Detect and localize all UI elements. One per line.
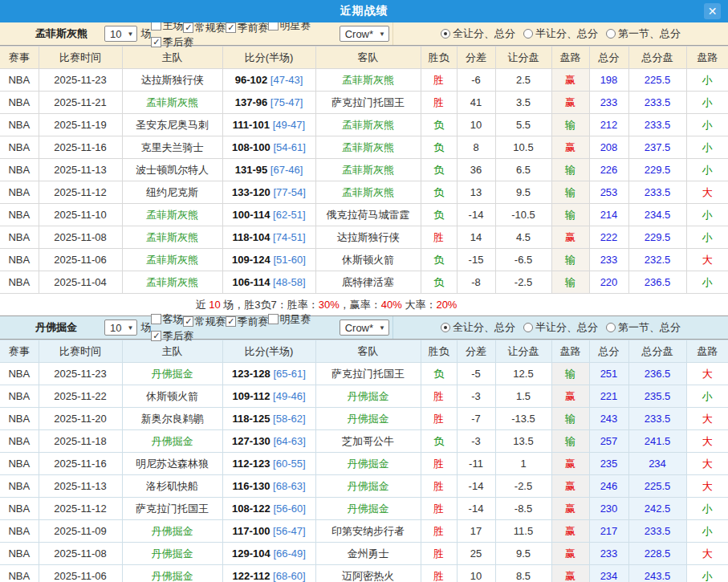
cell-result: 胜 (421, 498, 457, 520)
odds-company-select[interactable]: Crow* ▼ (340, 319, 389, 336)
cell-point-diff: 36 (457, 159, 495, 181)
radio-button[interactable] (523, 323, 533, 332)
checkbox-box[interactable] (151, 314, 161, 324)
odds-company-value: Crow* (345, 28, 373, 40)
cell-away-team: 迈阿密热火 (315, 565, 421, 582)
cell-result: 胜 (421, 69, 457, 92)
cell-handicap-line: -6.5 (495, 249, 551, 271)
checkbox-客场[interactable]: 客场 (151, 312, 183, 327)
cell-away-team: 印第安纳步行者 (315, 520, 421, 543)
checkbox-box[interactable]: ✓ (183, 316, 193, 327)
radio-button[interactable] (441, 323, 450, 332)
checkbox-季前赛[interactable]: ✓季前赛 (226, 315, 268, 329)
cell-league: NBA (0, 408, 39, 430)
score-halftime: [64-63] (273, 435, 305, 447)
radio-半让分、总分[interactable]: 半让分、总分 (523, 26, 598, 41)
cell-away-team: 芝加哥公牛 (315, 430, 421, 453)
table-row: NBA2025-11-08丹佛掘金129-104 [66-49]金州勇士胜259… (0, 543, 728, 565)
cell-home-team: 圣安东尼奥马刺 (122, 114, 222, 136)
cell-league: NBA (0, 385, 39, 408)
score-halftime: [49-46] (273, 390, 305, 402)
checkbox-常规赛[interactable]: ✓常规赛 (183, 21, 226, 35)
cell-date: 2025-11-12 (39, 181, 122, 204)
cell-result: 胜 (421, 226, 457, 249)
radio-button[interactable] (606, 29, 616, 39)
score-halftime: [68-63] (273, 480, 305, 492)
odds-company-select[interactable]: Crow* ▼ (340, 26, 389, 42)
checkbox-box[interactable]: ✓ (183, 22, 193, 33)
checkbox-label: 季前赛 (237, 21, 268, 35)
cell-home-team: 萨克拉门托国王 (122, 498, 222, 520)
table-header-row: 赛事比赛时间主队比分(半场)客队胜负分差让分盘盘路总分总分盘盘路 (0, 47, 728, 69)
close-button[interactable]: ✕ (704, 3, 721, 19)
checkbox-季后赛[interactable]: ✓季后赛 (151, 35, 193, 50)
cell-score: 122-112 [68-60] (222, 565, 315, 582)
cell-point-diff: -5 (457, 363, 495, 385)
cell-over-under: 小 (686, 226, 728, 249)
checkbox-季后赛[interactable]: ✓季后赛 (151, 329, 193, 344)
cell-total-points: 221 (589, 385, 628, 408)
score-halftime: [65-61] (273, 368, 305, 380)
cell-away-team: 孟菲斯灰熊 (315, 114, 421, 136)
radio-第一节、总分[interactable]: 第一节、总分 (606, 320, 681, 335)
column-header: 比分(半场) (222, 340, 315, 363)
cell-handicap-line: 11.5 (495, 520, 551, 543)
radio-半让分、总分[interactable]: 半让分、总分 (523, 320, 598, 335)
checkbox-box[interactable]: ✓ (151, 37, 161, 47)
cell-handicap-result: 赢 (551, 475, 589, 498)
filter-bar-nuggets: 丹佛掘金 10 ▼ 场 客场✓常规赛✓季前赛明星赛✓季后赛 Crow* ▼ 全让… (0, 316, 728, 340)
cell-handicap-result: 赢 (551, 498, 589, 520)
checkbox-box[interactable]: ✓ (226, 316, 236, 327)
radio-全让分、总分[interactable]: 全让分、总分 (441, 320, 515, 335)
radio-button[interactable] (523, 29, 533, 39)
cell-handicap-result: 输 (551, 363, 589, 385)
cell-over-under: 小 (686, 271, 728, 294)
cell-home-team: 孟菲斯灰熊 (122, 249, 222, 271)
radio-button[interactable] (441, 29, 450, 39)
cell-handicap-line: 12.5 (495, 363, 551, 385)
cell-total-line: 233.5 (628, 408, 686, 430)
checkbox-box[interactable]: ✓ (226, 22, 236, 33)
checkbox-label: 季后赛 (162, 329, 193, 344)
games-count-select[interactable]: 10 ▼ (104, 319, 137, 336)
radio-button[interactable] (606, 323, 616, 332)
checkbox-常规赛[interactable]: ✓常规赛 (183, 315, 226, 329)
column-header: 盘路 (551, 340, 589, 363)
filter-left: 孟菲斯灰熊 10 ▼ 场 主场✓常规赛✓季前赛明星赛✓季后赛 Crow* ▼ (0, 22, 393, 45)
results-table-nuggets: 赛事比赛时间主队比分(半场)客队胜负分差让分盘盘路总分总分盘盘路 NBA2025… (0, 340, 728, 582)
checkbox-明星赛[interactable]: 明星赛 (268, 312, 311, 327)
score-fulltime: 108-122 (232, 503, 270, 515)
score-fulltime: 129-104 (232, 547, 270, 560)
games-count-select[interactable]: 10 ▼ (104, 26, 137, 42)
cell-away-team: 萨克拉门托国王 (315, 92, 421, 114)
cell-date: 2025-11-13 (39, 475, 122, 498)
checkbox-box[interactable] (268, 314, 279, 324)
checkbox-box[interactable]: ✓ (151, 331, 161, 341)
cell-point-diff: -3 (457, 385, 495, 408)
cell-home-team: 孟菲斯灰熊 (122, 271, 222, 294)
cell-total-points: 233 (589, 249, 628, 271)
cell-over-under: 小 (686, 69, 728, 92)
radio-label: 半让分、总分 (535, 320, 598, 335)
cell-score: 108-100 [54-61] (222, 136, 315, 159)
cell-handicap-result: 赢 (551, 69, 589, 92)
cell-away-team: 萨克拉门托国王 (315, 363, 421, 385)
radio-第一节、总分[interactable]: 第一节、总分 (606, 26, 681, 41)
cell-away-team: 丹佛掘金 (315, 475, 421, 498)
cell-result: 胜 (421, 543, 457, 565)
column-header: 让分盘 (495, 47, 551, 69)
radio-label: 半让分、总分 (535, 26, 598, 41)
cell-total-points: 220 (589, 271, 628, 294)
cell-date: 2025-11-04 (39, 271, 122, 294)
score-halftime: [75-47] (270, 96, 303, 108)
summary-segment: 20% (436, 299, 457, 311)
score-halftime: [56-47] (273, 525, 305, 537)
cell-total-points: 222 (589, 226, 628, 249)
radio-全让分、总分[interactable]: 全让分、总分 (441, 26, 515, 41)
checkbox-季前赛[interactable]: ✓季前赛 (226, 21, 268, 35)
cell-date: 2025-11-12 (39, 498, 122, 520)
score-halftime: [68-60] (273, 570, 305, 582)
cell-league: NBA (0, 204, 39, 226)
cell-total-line: 243.5 (628, 565, 686, 582)
cell-result: 胜 (421, 408, 457, 430)
